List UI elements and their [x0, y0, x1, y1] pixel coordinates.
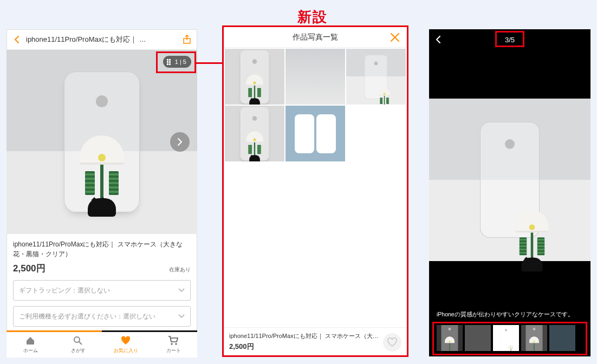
svg-point-1 — [74, 337, 80, 342]
tab-home[interactable]: ホーム — [7, 332, 54, 358]
bottom-tab-bar: ホーム さがす お気に入り カート — [7, 330, 197, 358]
viewer-back-button[interactable] — [429, 36, 447, 43]
photo-thumb-1[interactable] — [225, 49, 284, 105]
sheet-header: 作品写真一覧 — [224, 27, 407, 48]
svg-point-2 — [171, 343, 172, 344]
annotation-connector — [196, 62, 222, 64]
grid-icon — [167, 59, 172, 64]
tab-home-label: ホーム — [23, 347, 38, 354]
strip-thumb-1[interactable] — [437, 325, 463, 351]
tab-search[interactable]: さがす — [54, 332, 102, 358]
tab-favorites[interactable]: お気に入り — [102, 332, 150, 358]
photo-thumb-3[interactable] — [346, 49, 406, 105]
footer-price: 2,500円 — [229, 342, 379, 352]
close-button[interactable] — [387, 30, 403, 45]
share-button[interactable] — [180, 32, 194, 47]
chevron-left-icon — [434, 36, 442, 43]
cart-icon — [168, 335, 179, 346]
favorite-button[interactable] — [383, 333, 401, 352]
strip-thumb-3[interactable] — [493, 325, 519, 351]
product-image[interactable]: 1 | 5 — [7, 50, 197, 234]
search-icon — [73, 335, 83, 346]
svg-point-3 — [175, 343, 177, 344]
photo-thumb-2[interactable] — [285, 49, 345, 105]
image-counter-badge[interactable]: 1 | 5 — [163, 56, 191, 68]
viewer-thumbnail-strip — [429, 323, 590, 356]
sheet-footer: iphone11/11Pro/ProMaxにも対応｜ スマホケース（大… 2,5… — [224, 327, 407, 355]
strip-thumb-4[interactable] — [521, 325, 547, 351]
strip-thumb-5[interactable] — [549, 325, 575, 351]
sheet-title: 作品写真一覧 — [293, 32, 338, 42]
tab-cart[interactable]: カート — [150, 332, 197, 358]
image-counter-text: 1 | 5 — [175, 58, 186, 65]
chevron-down-icon — [178, 287, 185, 294]
stock-status: 在庫あり — [169, 266, 191, 274]
photo-thumb-5[interactable] — [285, 106, 345, 161]
chevron-right-icon — [176, 138, 184, 146]
footer-product-name: iphone11/11Pro/ProMaxにも対応｜ スマホケース（大… — [229, 332, 379, 341]
product-info: iphone11/11Pro/ProMaxにも対応｜ スマホケース（大きな花・黒… — [7, 234, 197, 275]
share-icon — [182, 35, 192, 44]
photo-list-sheet: 作品写真一覧 iphone11/11Pro/ProMaxにも対応｜ スマホケース… — [222, 25, 408, 357]
strip-thumb-2[interactable] — [465, 325, 491, 351]
product-detail-screen: iphone11/11Pro/ProMaxにも対応｜ … 1 | 5 iphon… — [7, 29, 197, 358]
back-button[interactable] — [10, 32, 24, 47]
tab-search-label: さがす — [71, 347, 86, 354]
gift-wrap-label: ギフトラッピング：選択しない — [19, 286, 110, 295]
product-price: 2,500円 — [13, 262, 46, 275]
tab-cart-label: カート — [166, 347, 181, 354]
viewer-header: 3/5 — [429, 29, 590, 50]
close-icon — [390, 32, 400, 42]
new-feature-label: 新設 — [297, 8, 328, 27]
chevron-left-icon — [13, 36, 21, 43]
page-title: iphone11/11Pro/ProMaxにも対応｜ … — [24, 35, 180, 44]
next-image-button[interactable] — [170, 132, 190, 152]
device-label: ご利用機種を必ずお選びください：選択しない — [19, 312, 155, 321]
viewer-image[interactable] — [429, 99, 590, 261]
home-icon — [25, 335, 36, 346]
tab-fav-label: お気に入り — [114, 347, 138, 354]
photo-thumb-4[interactable] — [225, 106, 284, 161]
photo-grid — [224, 48, 407, 162]
phone-case-illustration — [480, 122, 540, 238]
chevron-down-icon — [178, 313, 185, 320]
product-name: iphone11/11Pro/ProMaxにも対応｜ スマホケース（大きな花・黒… — [13, 239, 191, 259]
header: iphone11/11Pro/ProMaxにも対応｜ … — [7, 29, 197, 50]
heart-outline-icon — [387, 337, 397, 347]
viewer-counter: 3/5 — [505, 36, 515, 44]
viewer-caption: iPhoneの質感が伝わりやすいクリアなケースです。 — [429, 298, 590, 323]
heart-icon — [120, 335, 131, 346]
phone-case-illustration — [64, 72, 140, 212]
photo-viewer-screen: 3/5 iPhoneの質感が伝わりやすいクリアなケースです。 — [429, 29, 590, 356]
gift-wrap-selector[interactable]: ギフトラッピング：選択しない — [13, 280, 191, 301]
device-selector[interactable]: ご利用機種を必ずお選びください：選択しない — [13, 306, 191, 327]
